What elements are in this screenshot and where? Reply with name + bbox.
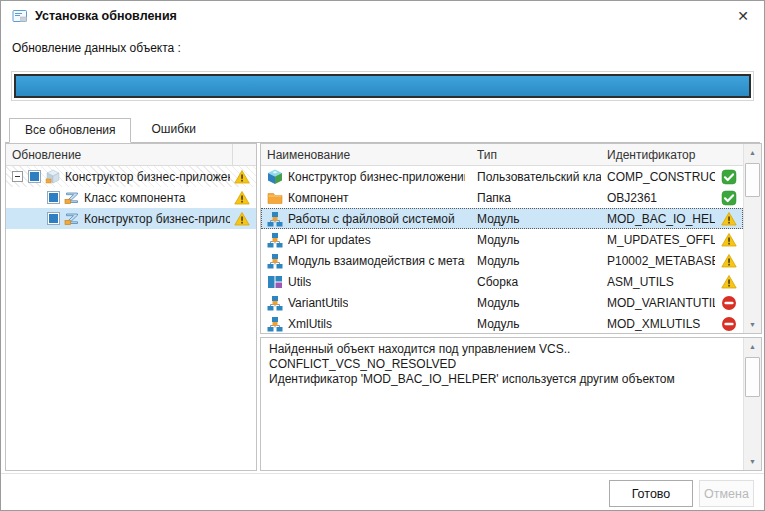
tab-all-updates[interactable]: Все обновления	[9, 118, 131, 143]
cell-type: Модуль	[471, 254, 601, 268]
table-row[interactable]: VariantUtilsМодульMOD_VARIANTUTILS	[261, 292, 743, 313]
message-panel: Найденный объект находится под управлени…	[260, 337, 762, 471]
tree-item[interactable]: Класс компонента	[6, 187, 256, 208]
cell-name: Конструктор бизнес-приложений	[261, 169, 471, 185]
scroll-down-button[interactable]: ▼	[744, 453, 761, 470]
table-row[interactable]: XmlUtilsМодульMOD_XMLUTILS	[261, 313, 743, 333]
table-row[interactable]: API for updatesМодульM_UPDATES_OFFLINE_A…	[261, 229, 743, 250]
class-icon	[64, 190, 80, 206]
cell-id: COMP_CONSTRUCT	[601, 170, 715, 184]
progress-fill	[16, 76, 749, 96]
object-name: Utils	[288, 275, 311, 289]
cell-type: Модуль	[471, 233, 601, 247]
tree-item-checkbox[interactable]	[47, 191, 60, 204]
tree-item[interactable]: Конструктор бизнес-приложений	[6, 208, 256, 229]
cell-id: MOD_VARIANTUTILS	[601, 296, 715, 310]
column-header-id[interactable]: Идентификатор	[601, 148, 715, 162]
message-text: Найденный объект находится под управлени…	[261, 338, 743, 470]
scroll-thumb[interactable]	[745, 163, 760, 197]
scroll-up-button[interactable]: ▲	[744, 144, 761, 161]
footer-separator	[1, 473, 764, 474]
warning-icon	[721, 274, 737, 290]
table-row[interactable]: Работы с файловой системойМодульMOD_BAC_…	[261, 208, 743, 229]
warning-icon	[721, 211, 737, 227]
message-scrollbar[interactable]: ▲ ▼	[743, 338, 761, 470]
object-name: Работы с файловой системой	[288, 212, 455, 226]
warning-icon	[234, 169, 250, 185]
blocked-icon	[721, 295, 737, 311]
cube-icon	[267, 169, 283, 185]
window-icon	[12, 8, 28, 24]
cell-type: Папка	[471, 191, 601, 205]
cell-name: VariantUtils	[261, 295, 471, 311]
cell-name: XmlUtils	[261, 316, 471, 332]
scroll-thumb[interactable]	[745, 357, 760, 397]
done-button[interactable]: Готово	[609, 480, 693, 507]
column-header-name[interactable]: Наименование	[261, 148, 471, 162]
warning-icon	[234, 190, 250, 206]
cell-status	[715, 169, 743, 185]
module-icon	[267, 253, 283, 269]
cell-id: M_UPDATES_OFFLINE_API	[601, 233, 715, 247]
folder-icon	[267, 190, 283, 206]
cell-status	[715, 274, 743, 290]
module-icon	[267, 211, 283, 227]
cell-id: MOD_BAC_IO_HELPER	[601, 212, 715, 226]
expander-minus-icon[interactable]	[11, 170, 24, 183]
tree-item-checkbox[interactable]	[47, 212, 60, 225]
message-line: CONFLICT_VCS_NO_RESOLVED	[269, 357, 735, 372]
object-name: Компонент	[288, 191, 349, 205]
table-scrollbar[interactable]: ▲ ▼	[743, 144, 761, 333]
scroll-down-button[interactable]: ▼	[744, 316, 761, 333]
cell-id: P10002_METABASE_HELPER	[601, 254, 715, 268]
column-header-type[interactable]: Тип	[471, 148, 601, 162]
module-icon	[267, 316, 283, 332]
table-row[interactable]: КомпонентПапкаOBJ2361	[261, 187, 743, 208]
object-name: API for updates	[288, 233, 371, 247]
scroll-up-button[interactable]: ▲	[744, 338, 761, 355]
cell-type: Модуль	[471, 317, 601, 331]
message-line: Найденный объект находится под управлени…	[269, 342, 735, 357]
tree-body: Конструктор бизнес-приложенийКласс компо…	[6, 166, 256, 470]
cell-status	[715, 211, 743, 227]
window-title: Установка обновления	[35, 9, 177, 23]
cancel-button[interactable]: Отмена	[699, 480, 754, 507]
cell-name: API for updates	[261, 232, 471, 248]
object-name: Модуль взаимодействия с метабазой	[288, 254, 465, 268]
table-row[interactable]: Модуль взаимодействия с метабазойМодульP…	[261, 250, 743, 271]
tab-bar: Все обновления Ошибки	[5, 118, 760, 143]
progress-bar	[11, 71, 754, 101]
cell-type: Пользовательский класс	[471, 170, 601, 184]
tree-column-header[interactable]: Обновление	[6, 148, 232, 162]
cell-name: Работы с файловой системой	[261, 211, 471, 227]
object-name: VariantUtils	[288, 296, 348, 310]
cell-status	[715, 295, 743, 311]
module-icon	[267, 232, 283, 248]
tab-errors[interactable]: Ошибки	[135, 117, 212, 142]
title-bar: Установка обновления ✕	[1, 1, 764, 31]
warning-icon	[234, 211, 250, 227]
cell-type: Модуль	[471, 212, 601, 226]
module-icon	[267, 295, 283, 311]
table-row[interactable]: UtilsСборкаASM_UTILS	[261, 271, 743, 292]
cell-type: Сборка	[471, 275, 601, 289]
cell-name: Utils	[261, 274, 471, 290]
tree-item[interactable]: Конструктор бизнес-приложений	[6, 166, 256, 187]
table-row[interactable]: Конструктор бизнес-приложенийПользовател…	[261, 166, 743, 187]
tree-item-checkbox[interactable]	[28, 170, 41, 183]
cell-type: Модуль	[471, 296, 601, 310]
cell-id: OBJ2361	[601, 191, 715, 205]
tree-item-label: Конструктор бизнес-приложений	[65, 170, 230, 184]
message-line: Идентификатор 'MOD_BAC_IO_HELPER' исполь…	[269, 372, 735, 387]
cell-status	[715, 232, 743, 248]
tree-header-row: Обновление	[6, 144, 256, 166]
check-icon	[721, 190, 737, 206]
cell-id: ASM_UTILS	[601, 275, 715, 289]
update-tree-panel: Обновление Конструктор бизнес-приложений…	[5, 143, 257, 471]
cell-status	[715, 253, 743, 269]
cell-status	[715, 316, 743, 332]
progress-label: Обновление данных объекта :	[12, 41, 181, 55]
object-name: XmlUtils	[288, 317, 332, 331]
package-cube-icon	[45, 169, 61, 185]
close-button[interactable]: ✕	[730, 5, 756, 27]
